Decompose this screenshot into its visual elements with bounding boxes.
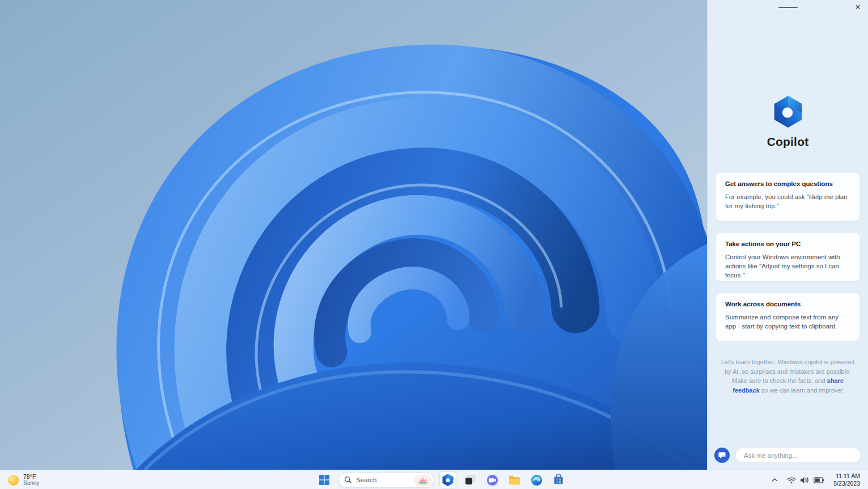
tray-date: 5/23/2023 xyxy=(833,480,860,487)
network-volume-battery[interactable] xyxy=(784,472,828,488)
chat-icon xyxy=(486,474,499,487)
minimize-icon[interactable] xyxy=(778,5,798,11)
suggestion-cards: Get answers to complex questions For exa… xyxy=(708,172,868,342)
copilot-brand: Copilot xyxy=(708,94,868,149)
card-take-actions[interactable]: Take actions on your PC Control your Win… xyxy=(715,233,860,281)
chat-button[interactable] xyxy=(484,471,501,488)
close-icon[interactable]: ✕ xyxy=(852,2,863,13)
card-body: For example, you could ask "Help me plan… xyxy=(725,192,850,210)
card-work-documents[interactable]: Work across documents Summarize and comp… xyxy=(715,293,860,342)
ask-me-anything-input[interactable] xyxy=(735,448,861,463)
weather-condition: Sunny xyxy=(23,480,39,487)
wifi-icon xyxy=(787,477,796,484)
battery-icon xyxy=(814,477,824,483)
widgets-button[interactable]: 78°F Sunny xyxy=(3,470,44,489)
weather-temperature: 78°F xyxy=(23,473,39,480)
edge-icon xyxy=(530,474,543,487)
search-highlight-thumbnail xyxy=(414,474,432,486)
copilot-chat-icon[interactable] xyxy=(714,448,730,463)
ai-disclaimer: Let's learn together. Windows copilot is… xyxy=(708,357,868,395)
card-title: Get answers to complex questions xyxy=(725,180,850,187)
taskbar-search-box[interactable]: Search xyxy=(338,473,434,488)
copilot-sidebar: ✕ Copilot xyxy=(707,0,868,470)
tray-time: 11:11 AM xyxy=(833,473,860,480)
clock[interactable]: 11:11 AM 5/23/2023 xyxy=(830,473,863,487)
sun-weather-icon xyxy=(8,475,19,486)
copilot-title: Copilot xyxy=(708,135,868,149)
volume-icon xyxy=(800,477,810,484)
taskbar: 78°F Sunny Search xyxy=(0,470,868,489)
card-complex-questions[interactable]: Get answers to complex questions For exa… xyxy=(715,172,860,221)
hidden-icons-chevron[interactable] xyxy=(768,472,781,488)
microsoft-store-icon xyxy=(552,474,565,486)
copilot-logo-icon xyxy=(770,94,806,129)
windows-logo-icon xyxy=(319,475,329,485)
sidebar-titlebar: ✕ xyxy=(708,0,868,15)
card-title: Take actions on your PC xyxy=(725,241,850,247)
card-body: Control your Windows environment with ac… xyxy=(725,252,850,280)
composer-row xyxy=(708,448,868,463)
card-title: Work across documents xyxy=(725,301,850,307)
file-explorer-icon xyxy=(508,474,521,487)
system-tray: 11:11 AM 5/23/2023 xyxy=(768,470,863,489)
task-view-icon xyxy=(464,474,476,486)
microsoft-store-button[interactable] xyxy=(550,471,567,488)
copilot-taskbar-icon xyxy=(441,473,455,487)
desktop-wallpaper xyxy=(0,0,707,470)
bloom-wallpaper-image xyxy=(0,0,707,470)
taskbar-copilot-button[interactable] xyxy=(439,471,456,488)
search-placeholder-text: Search xyxy=(356,477,410,483)
lotus-flower-icon xyxy=(416,475,430,484)
edge-button[interactable] xyxy=(528,471,545,488)
taskbar-center-icons: Search xyxy=(316,470,567,489)
card-body: Summarize and compose text from any app … xyxy=(725,313,850,331)
file-explorer-button[interactable] xyxy=(506,471,523,488)
search-icon xyxy=(344,476,352,484)
chevron-up-icon xyxy=(772,478,778,482)
disclaimer-text-end: so we can learn and improve! xyxy=(760,387,843,394)
task-view-button[interactable] xyxy=(461,471,479,488)
start-button[interactable] xyxy=(316,471,333,488)
